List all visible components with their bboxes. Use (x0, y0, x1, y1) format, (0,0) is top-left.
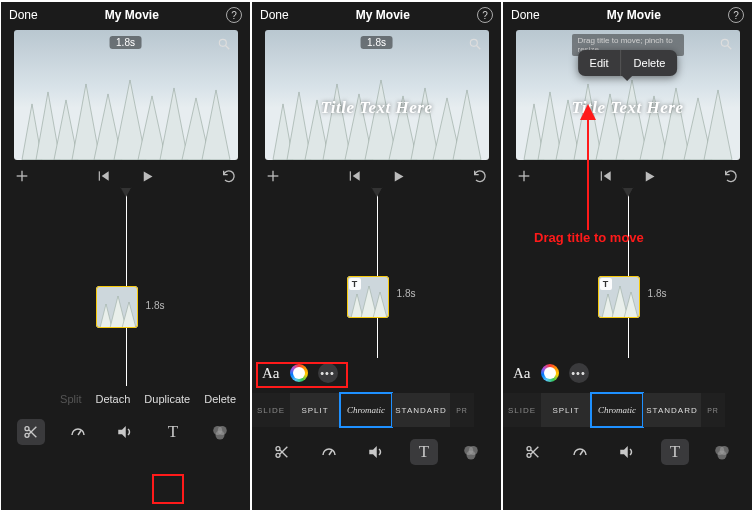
bottom-toolbar: T (252, 432, 501, 472)
style-slide[interactable]: SLIDE (503, 393, 541, 427)
split-action: Split (60, 393, 81, 405)
titles-icon[interactable]: T (410, 439, 438, 465)
delete-action[interactable]: Delete (204, 393, 236, 405)
titles-icon[interactable]: T (661, 439, 689, 465)
timeline[interactable]: 1.8s (1, 188, 250, 386)
style-chromatic[interactable]: Chromatic (591, 393, 643, 427)
rewind-button[interactable] (344, 165, 366, 187)
done-button[interactable]: Done (260, 8, 289, 22)
panel-step-2: Done My Movie ? 1.8s Title Tex (252, 2, 501, 510)
popover-edit-button[interactable]: Edit (578, 50, 621, 76)
volume-icon[interactable] (613, 439, 641, 465)
add-media-button[interactable] (262, 165, 284, 187)
playhead[interactable] (377, 188, 378, 358)
scissors-icon[interactable] (268, 439, 296, 465)
duplicate-action[interactable]: Duplicate (144, 393, 190, 405)
style-prism[interactable]: PR (701, 393, 725, 427)
volume-icon[interactable] (362, 439, 390, 465)
done-button[interactable]: Done (511, 8, 540, 22)
title-style-strip[interactable]: SLIDE SPLIT Chromatic STANDARD PR (252, 388, 501, 432)
svg-marker-46 (395, 171, 404, 181)
svg-line-41 (476, 46, 480, 50)
font-button[interactable]: Aa (262, 365, 280, 382)
help-button[interactable]: ? (477, 7, 493, 23)
duration-pill: 1.8s (109, 36, 142, 49)
overlay-title-text[interactable]: Title Text Here (516, 98, 740, 118)
zoom-icon[interactable] (216, 36, 232, 52)
svg-point-51 (276, 447, 280, 451)
clip-thumbnail[interactable] (96, 286, 138, 328)
clip-thumbnail[interactable]: T (347, 276, 389, 318)
clip-duration-label: 1.8s (648, 288, 667, 299)
play-button[interactable] (388, 165, 410, 187)
undo-button[interactable] (720, 165, 742, 187)
style-standard[interactable]: STANDARD (643, 393, 701, 427)
detach-action[interactable]: Detach (95, 393, 130, 405)
bottom-toolbar: T (503, 432, 752, 472)
svg-point-81 (527, 447, 531, 451)
done-button[interactable]: Done (9, 8, 38, 22)
clip-thumbnail[interactable]: T (598, 276, 640, 318)
svg-marker-16 (144, 171, 153, 181)
playhead[interactable] (628, 188, 629, 358)
svg-line-11 (225, 46, 229, 50)
project-title: My Movie (540, 8, 728, 22)
speed-icon[interactable] (64, 419, 92, 445)
color-picker-button[interactable] (290, 364, 308, 382)
timeline[interactable]: T 1.8s (503, 188, 752, 358)
svg-marker-3 (72, 84, 100, 160)
svg-point-52 (276, 453, 280, 457)
overlay-title-text[interactable]: Title Text Here (265, 98, 489, 118)
playback-controls (344, 165, 410, 187)
add-media-button[interactable] (11, 165, 33, 187)
svg-point-10 (219, 39, 226, 46)
style-split[interactable]: SPLIT (541, 393, 591, 427)
svg-point-59 (467, 451, 476, 460)
play-button[interactable] (137, 165, 159, 187)
video-preview: 1.8s (14, 30, 238, 160)
help-button[interactable]: ? (226, 7, 242, 23)
undo-button[interactable] (469, 165, 491, 187)
svg-point-29 (216, 431, 225, 440)
zoom-icon[interactable] (718, 36, 734, 52)
rewind-button[interactable] (595, 165, 617, 187)
scissors-icon[interactable] (17, 419, 45, 445)
svg-point-82 (527, 453, 531, 457)
style-prism[interactable]: PR (450, 393, 474, 427)
volume-icon[interactable] (111, 419, 139, 445)
more-options-button[interactable]: ••• (569, 363, 589, 383)
more-options-button[interactable]: ••• (318, 363, 338, 383)
speed-icon[interactable] (315, 439, 343, 465)
filters-icon[interactable] (457, 439, 485, 465)
zoom-icon[interactable] (467, 36, 483, 52)
titles-icon[interactable]: T (159, 419, 187, 445)
svg-line-71 (727, 46, 731, 50)
rewind-button[interactable] (93, 165, 115, 187)
title-badge-icon: T (600, 278, 612, 290)
title-style-strip[interactable]: SLIDE SPLIT Chromatic STANDARD PR (503, 388, 752, 432)
help-button[interactable]: ? (728, 7, 744, 23)
svg-line-55 (329, 451, 332, 456)
play-button[interactable] (639, 165, 661, 187)
add-media-button[interactable] (513, 165, 535, 187)
filters-icon[interactable] (708, 439, 736, 465)
style-standard[interactable]: STANDARD (392, 393, 450, 427)
timeline[interactable]: T 1.8s (252, 188, 501, 358)
speed-icon[interactable] (566, 439, 594, 465)
scissors-icon[interactable] (519, 439, 547, 465)
color-picker-button[interactable] (541, 364, 559, 382)
style-slide[interactable]: SLIDE (252, 393, 290, 427)
svg-rect-44 (349, 171, 350, 180)
popover-delete-button[interactable]: Delete (621, 50, 678, 76)
font-button[interactable]: Aa (513, 365, 531, 382)
svg-marker-45 (352, 171, 359, 180)
style-split[interactable]: SPLIT (290, 393, 340, 427)
style-chromatic[interactable]: Chromatic (340, 393, 392, 427)
panel-step-3: Done My Movie ? Drag title to move; pinc… (503, 2, 752, 510)
title-format-row: Aa ••• (503, 358, 752, 388)
transport-row (1, 160, 250, 188)
svg-point-22 (25, 433, 29, 437)
filters-icon[interactable] (206, 419, 234, 445)
undo-button[interactable] (218, 165, 240, 187)
svg-line-25 (78, 431, 81, 436)
